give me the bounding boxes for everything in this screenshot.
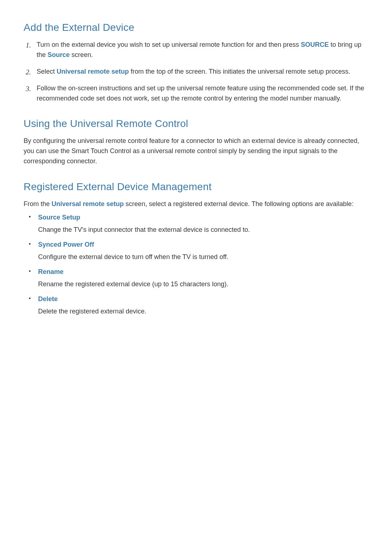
keyword-universal-remote-setup-2: Universal remote setup: [52, 200, 124, 208]
option-source-setup: Source Setup Change the TV's input conne…: [29, 214, 368, 235]
keyword-source-screen: Source: [48, 51, 70, 58]
section-using-universal-remote: Using the Universal Remote Control By co…: [24, 118, 368, 167]
keyword-universal-remote-setup: Universal remote setup: [57, 68, 129, 75]
section-registered-device-management: Registered External Device Management Fr…: [24, 181, 368, 316]
step-1: Turn on the external device you wish to …: [24, 40, 368, 60]
heading-add-external-device: Add the External Device: [24, 22, 368, 33]
option-title-synced-power-off: Synced Power Off: [38, 241, 368, 249]
step-3: Follow the on-screen instructions and se…: [24, 83, 368, 104]
options-list: Source Setup Change the TV's input conne…: [29, 214, 368, 317]
section-add-external-device: Add the External Device Turn on the exte…: [24, 22, 368, 103]
option-desc-delete: Delete the registered external device.: [38, 307, 368, 317]
option-desc-synced-power-off: Configure the external device to turn of…: [38, 252, 368, 262]
option-synced-power-off: Synced Power Off Configure the external …: [29, 241, 368, 262]
option-rename: Rename Rename the registered external de…: [29, 268, 368, 290]
paragraph-using-universal-remote: By configuring the universal remote cont…: [24, 136, 368, 167]
option-title-source-setup: Source Setup: [38, 214, 368, 221]
option-desc-source-setup: Change the TV's input connector that the…: [38, 225, 368, 235]
keyword-source-button: SOURCE: [301, 41, 329, 48]
option-title-delete: Delete: [38, 295, 368, 303]
steps-list: Turn on the external device you wish to …: [24, 40, 368, 103]
intro-registered-device-management: From the Universal remote setup screen, …: [24, 199, 368, 209]
heading-registered-device-management: Registered External Device Management: [24, 181, 368, 193]
option-desc-rename: Rename the registered external device (u…: [38, 279, 368, 290]
option-delete: Delete Delete the registered external de…: [29, 295, 368, 317]
heading-using-universal-remote: Using the Universal Remote Control: [24, 118, 368, 130]
option-title-rename: Rename: [38, 268, 368, 276]
step-2: Select Universal remote setup from the t…: [24, 67, 368, 77]
